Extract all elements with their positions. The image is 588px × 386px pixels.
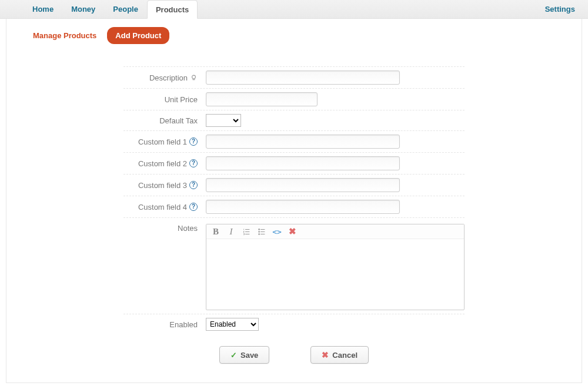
custom1-label: Custom field 1 [138,137,187,146]
unit-price-input[interactable] [206,92,318,106]
svg-point-3 [258,233,259,234]
notes-editor: B I [206,224,465,310]
editor-toolbar: B I [206,224,464,239]
check-icon: ✓ [230,351,237,360]
ordered-list-icon[interactable] [242,227,251,236]
top-nav: Home Money People Products Settings [0,0,588,19]
description-input[interactable] [206,71,400,85]
custom3-label: Custom field 3 [138,181,187,190]
unordered-list-icon[interactable] [257,227,266,236]
nav-products[interactable]: Products [147,0,198,19]
custom3-input[interactable] [206,178,400,192]
clear-icon[interactable]: ✖ [288,227,297,236]
close-icon: ✖ [322,350,329,360]
help-icon: ? [189,137,198,146]
nav-money[interactable]: Money [62,0,104,18]
cancel-button-label: Cancel [332,351,358,360]
subnav: Manage Products Add Product [6,19,582,52]
nav-settings[interactable]: Settings [545,5,575,14]
italic-icon[interactable]: I [226,227,236,236]
save-button-label: Save [240,351,258,360]
svg-point-0 [192,75,196,79]
help-icon: ? [189,203,198,211]
default-tax-select[interactable] [206,114,241,127]
custom1-input[interactable] [206,135,400,149]
notes-textarea[interactable] [206,239,464,310]
manage-products-link[interactable]: Manage Products [33,31,96,40]
save-button[interactable]: ✓ Save [219,346,269,364]
enabled-select[interactable]: Enabled [206,318,259,331]
custom2-input[interactable] [206,156,400,170]
custom2-label: Custom field 2 [138,159,187,168]
help-icon: ? [189,181,198,189]
notes-label: Notes [178,224,198,233]
custom4-label: Custom field 4 [138,203,187,212]
svg-point-2 [258,231,259,232]
lightbulb-icon [190,74,198,82]
page-body: Manage Products Add Product Description … [6,19,582,383]
nav-people[interactable]: People [104,0,147,18]
enabled-label: Enabled [169,320,198,329]
code-icon[interactable]: <> [272,227,282,236]
form-actions: ✓ Save ✖ Cancel [123,334,465,381]
cancel-button[interactable]: ✖ Cancel [310,346,369,364]
custom4-input[interactable] [206,200,400,214]
product-form: Description Unit Price [123,66,465,381]
nav-home[interactable]: Home [24,0,62,18]
default-tax-label: Default Tax [159,116,198,125]
unit-price-label: Unit Price [165,95,198,104]
svg-point-1 [258,229,259,230]
bold-icon[interactable]: B [211,227,220,236]
help-icon: ? [189,159,198,167]
description-label: Description [149,73,188,82]
add-product-button[interactable]: Add Product [107,27,169,44]
